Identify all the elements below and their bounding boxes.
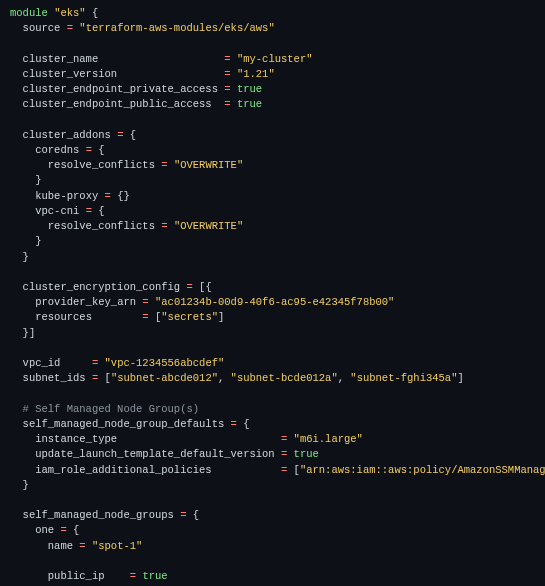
val-provider-key-arn: "ac01234b-00d9-40f6-ac95-e42345f78b00" (155, 296, 394, 308)
comment-self-managed: # Self Managed Node Group(s) (23, 403, 199, 415)
key-one: one (35, 524, 54, 536)
val-cluster-name: "my-cluster" (237, 53, 313, 65)
key-source: source (23, 22, 61, 34)
key-instance-type: instance_type (35, 433, 117, 445)
key-subnet-ids: subnet_ids (23, 372, 86, 384)
key-name: name (48, 540, 73, 552)
key-priv-access: cluster_endpoint_private_access (23, 83, 218, 95)
key-resolve-conflicts: resolve_conflicts (48, 220, 155, 232)
key-provider-key-arn: provider_key_arn (35, 296, 136, 308)
key-vpc-id: vpc_id (23, 357, 61, 369)
key-cluster-version: cluster_version (23, 68, 118, 80)
key-vpc-cni: vpc-cni (35, 205, 79, 217)
key-enc-config: cluster_encryption_config (23, 281, 181, 293)
key-public-ip: public_ip (48, 570, 105, 582)
val-cluster-version: "1.21" (237, 68, 275, 80)
key-update-launch: update_launch_template_default_version (35, 448, 274, 460)
val-overwrite: "OVERWRITE" (174, 159, 243, 171)
val-subnet3: "subnet-fghi345a" (350, 372, 457, 384)
terraform-code-block: module "eks" { source = "terraform-aws-m… (0, 0, 545, 586)
val-instance-type: "m6i.large" (294, 433, 363, 445)
module-name: "eks" (54, 7, 86, 19)
val-true: true (294, 448, 319, 460)
keyword-module: module (10, 7, 48, 19)
key-kube-proxy: kube-proxy (35, 190, 98, 202)
val-true: true (142, 570, 167, 582)
val-true: true (237, 98, 262, 110)
key-resolve-conflicts: resolve_conflicts (48, 159, 155, 171)
val-iam-policy: "arn:aws:iam::aws:policy/AmazonSSMManage… (300, 464, 545, 476)
key-sm-defaults: self_managed_node_group_defaults (23, 418, 225, 430)
key-pub-access: cluster_endpoint_public_access (23, 98, 212, 110)
val-spot1: "spot-1" (92, 540, 142, 552)
val-subnet1: "subnet-abcde012" (111, 372, 218, 384)
key-resources: resources (35, 311, 92, 323)
val-vpc-id: "vpc-1234556abcdef" (105, 357, 225, 369)
key-coredns: coredns (35, 144, 79, 156)
val-true: true (237, 83, 262, 95)
val-subnet2: "subnet-bcde012a" (231, 372, 338, 384)
val-secrets: "secrets" (161, 311, 218, 323)
val-overwrite: "OVERWRITE" (174, 220, 243, 232)
val-source: "terraform-aws-modules/eks/aws" (79, 22, 274, 34)
key-iam-policies: iam_role_additional_policies (35, 464, 211, 476)
key-sm-groups: self_managed_node_groups (23, 509, 174, 521)
key-cluster-name: cluster_name (23, 53, 99, 65)
key-cluster-addons: cluster_addons (23, 129, 111, 141)
